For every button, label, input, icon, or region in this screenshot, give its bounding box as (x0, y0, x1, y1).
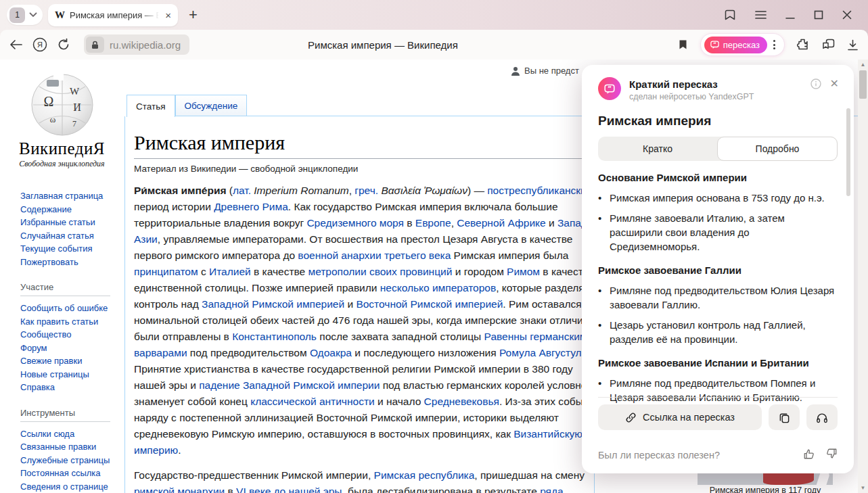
article-text: в качестве (251, 266, 309, 277)
article-link[interactable]: Равенны (484, 331, 527, 342)
article-link[interactable]: несколько императоров (380, 282, 496, 294)
article-link[interactable]: VI веке до нашей эры (236, 486, 342, 493)
sidebar-link[interactable]: Заглавная страница (20, 191, 103, 201)
svg-text:ω: ω (49, 114, 55, 124)
article-text: с (198, 266, 209, 277)
article-link[interactable]: греч. (355, 185, 378, 196)
article-link[interactable]: лат. (233, 185, 251, 196)
maximize-icon[interactable] (814, 10, 823, 20)
svg-text:7: 7 (72, 119, 76, 128)
article-link[interactable]: падение Западной Римской империи (199, 379, 380, 391)
article-link[interactable]: постреспубликанский (487, 185, 592, 196)
summary-bullet-text: Римляне под предводительством Помпея и Ц… (610, 376, 838, 404)
thumbs-up-icon[interactable] (803, 448, 815, 462)
empire-map-image[interactable] (698, 473, 833, 485)
article-text: под предводительством (187, 347, 310, 358)
thumbs-down-icon[interactable] (825, 448, 838, 462)
bullet-icon: • (598, 318, 610, 346)
minimize-icon[interactable] (785, 10, 795, 20)
article-link[interactable]: Средневековья (424, 396, 499, 407)
article-link[interactable]: военной анархии третьего века (298, 250, 451, 261)
summary-bullet: •Римская империя основана в 753 году до … (598, 191, 838, 205)
sidebar-link[interactable]: Текущие события (20, 243, 93, 254)
tab-groups-icon[interactable] (822, 39, 835, 51)
page-scrollbar-thumb[interactable] (859, 70, 867, 99)
article-text: , пришедшая на смену (474, 469, 585, 481)
tab-discussion[interactable]: Обсуждение (175, 95, 248, 116)
sidebar-link[interactable]: Сообщить об ошибке (20, 303, 108, 313)
article-link[interactable]: Европе (415, 217, 451, 229)
article-text: период истории (134, 201, 214, 212)
browser-tab[interactable]: W Римская империя — В × (48, 4, 178, 26)
article-link[interactable]: Ромула Августула (499, 347, 587, 358)
menu-icon[interactable] (755, 10, 767, 20)
sidebar-link[interactable]: Сведения о странице (20, 482, 108, 492)
sidebar-link[interactable]: Служебные страницы (20, 455, 110, 465)
tab-counter[interactable]: 1 (7, 5, 43, 25)
article-link[interactable]: принципатом (134, 266, 198, 277)
tab-article[interactable]: Статья (127, 95, 175, 117)
article-title: Римская империя (134, 129, 608, 159)
sidebar-link[interactable]: Как править статьи (20, 316, 98, 327)
sidebar-link[interactable]: Случайная статья (20, 231, 94, 241)
sidebar-link[interactable]: Свежие правки (20, 356, 82, 366)
new-tab-button[interactable]: + (183, 6, 203, 24)
article-link[interactable]: Западной Римской империей (202, 298, 344, 310)
address-bar[interactable]: ru.wikipedia.org (84, 34, 189, 55)
summary-link-button[interactable]: Ссылка на пересказ (598, 404, 762, 430)
wikipedia-globe-logo[interactable]: W Ω И ω 7 (28, 69, 96, 137)
sidebar-link[interactable]: Форум (20, 343, 47, 353)
article-link[interactable]: Средиземного моря (306, 217, 404, 229)
sidebar-link[interactable]: Пожертвовать (20, 257, 78, 267)
article-link[interactable]: Северной Африке (457, 217, 545, 229)
info-icon[interactable] (810, 78, 821, 92)
article-link[interactable]: Римом (507, 266, 540, 277)
sidebar-panel-icon[interactable] (724, 9, 736, 21)
sidebar-link[interactable]: Сообщество (20, 329, 72, 339)
article-link[interactable]: метрополии своих провинций (308, 266, 452, 277)
article-link[interactable]: Древнего Рима (214, 201, 288, 212)
bookmark-icon[interactable] (678, 39, 688, 50)
article-link[interactable]: Восточной Римской империей (356, 298, 503, 310)
sidebar-link[interactable]: Новые страницы (20, 369, 89, 379)
reload-icon[interactable] (57, 38, 70, 51)
sidebar-link[interactable]: Содержание (20, 204, 72, 214)
wiki-wordmark[interactable]: ВикипедиЯ (0, 139, 124, 158)
pereskaz-menu-icon[interactable] (767, 40, 781, 49)
article-link[interactable]: Константинополь (232, 331, 317, 342)
mode-detailed[interactable]: Подробно (717, 137, 838, 161)
user-status[interactable]: Вы не предст (511, 66, 579, 76)
extensions-puzzle-icon[interactable] (797, 39, 810, 51)
mode-brief[interactable]: Кратко (598, 137, 717, 161)
panel-close-icon[interactable]: ✕ (829, 76, 840, 91)
article-text: и начало (375, 396, 424, 407)
article-link[interactable]: Римская республика (374, 469, 475, 481)
tab-close-icon[interactable]: × (164, 10, 173, 20)
sidebar-link[interactable]: Связанные правки (20, 442, 96, 452)
listen-button[interactable] (806, 404, 838, 430)
article-link[interactable]: классической античности (250, 396, 374, 407)
sidebar-link[interactable]: Справка (20, 382, 55, 392)
sidebar-link[interactable]: Избранные статьи (20, 217, 95, 227)
copy-button[interactable] (769, 404, 800, 430)
yandex-logo-icon[interactable]: Я (32, 37, 47, 52)
summary-heading: Римская империя (598, 114, 838, 128)
summary-mode-switcher: Кратко Подробно (598, 137, 838, 161)
article-link[interactable]: римской монархии (134, 486, 225, 493)
lock-icon[interactable] (86, 37, 104, 53)
downloads-icon[interactable] (847, 39, 859, 51)
article-text: , (451, 217, 457, 229)
article-link[interactable]: Италией (209, 266, 251, 277)
article-link[interactable]: Одоакра (310, 347, 352, 358)
window-close-icon[interactable] (842, 10, 852, 20)
scroll-up-icon[interactable]: ▲ (858, 62, 868, 68)
article-tagline: Материал из Википедии — свободной энцикл… (134, 164, 608, 174)
sidebar-link[interactable]: Ссылки сюда (20, 429, 74, 439)
scroll-down-icon[interactable]: ▼ (858, 485, 868, 491)
pereskaz-button[interactable]: “ пересказ (704, 37, 767, 53)
sidebar-link[interactable]: Постоянная ссылка (20, 468, 101, 478)
page-scrollbar[interactable]: ▲ ▼ (858, 60, 868, 493)
back-icon[interactable] (9, 39, 23, 50)
panel-scrollbar-thumb[interactable] (846, 108, 850, 196)
summary-bullet-text: Римская империя основана в 753 году до н… (610, 191, 825, 205)
